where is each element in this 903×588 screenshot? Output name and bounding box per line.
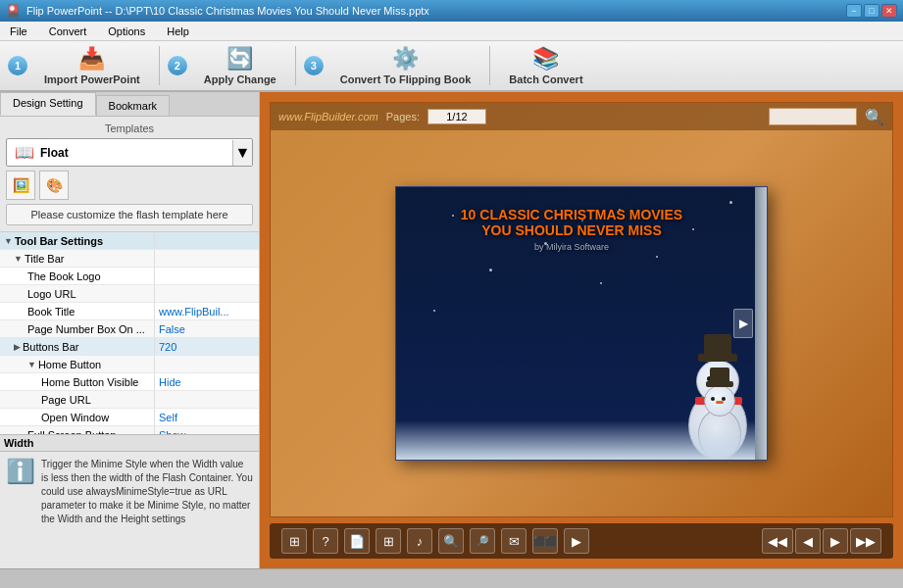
- tool-grid-btn[interactable]: ⊞: [376, 528, 401, 554]
- divider-2: [295, 46, 296, 85]
- tree-value-buttons-bar: 720: [155, 338, 259, 355]
- search-button[interactable]: 🔍: [865, 107, 884, 126]
- book-title-line1: 10 CLASSIC CHRISTMAS MOVIES: [416, 207, 727, 222]
- tool-expand-btn[interactable]: ⊞: [281, 528, 307, 554]
- step2-circle: 2: [168, 56, 187, 75]
- import-powerpoint-button[interactable]: 📥 Import PowerPoint: [33, 41, 151, 90]
- tree-label-titlebar: Title Bar: [25, 253, 65, 265]
- tree-label-buttons-bar: Buttons Bar: [23, 341, 78, 353]
- bottom-tools-left: ⊞ ? 📄 ⊞ ♪ 🔍 🔎 ✉ ⬛⬛ ▶: [281, 528, 589, 554]
- left-panel: Design Setting Bookmark Templates 📖 Floa…: [0, 92, 260, 568]
- nav-first-btn[interactable]: ◀◀: [762, 528, 793, 554]
- tool-sound-btn[interactable]: ♪: [407, 528, 432, 554]
- preview-header: www.FlipBuilder.com Pages: 🔍: [271, 103, 892, 130]
- tool-share-btn[interactable]: ⬛⬛: [532, 528, 558, 554]
- tree-label-page-number-box: Page Number Box On ...: [27, 323, 145, 335]
- info-icon: ℹ️: [6, 458, 35, 563]
- tree-page-url[interactable]: Page URL: [0, 391, 259, 409]
- flip-url: www.FlipBuilder.com: [278, 111, 378, 122]
- tree-home-button-visible[interactable]: Home Button Visible Hide: [0, 373, 259, 391]
- info-panel: ℹ️ Trigger the Minime Style when the Wid…: [0, 451, 259, 568]
- tool-zoom-out-btn[interactable]: 🔎: [470, 528, 495, 554]
- apply-change-button[interactable]: 🔄 Apply Change: [193, 41, 287, 90]
- book-title-area: 10 CLASSIC CHRISTMAS MOVIES YOU SHOULD N…: [396, 187, 767, 271]
- menu-file[interactable]: File: [4, 24, 33, 39]
- template-picker[interactable]: 📖 Float ▼: [6, 138, 253, 167]
- template-current: Float: [40, 146, 69, 160]
- template-icon-btn-1[interactable]: 🖼️: [6, 171, 35, 200]
- preview-container: www.FlipBuilder.com Pages: 🔍: [270, 102, 893, 517]
- tree-value-hbv: Hide: [155, 373, 259, 390]
- divider-1: [159, 46, 160, 85]
- tree-buttons-bar[interactable]: ▶ Buttons Bar 720: [0, 338, 259, 356]
- tree-value-page-number-box: False: [155, 320, 259, 337]
- import-group: 1 📥 Import PowerPoint: [8, 41, 151, 90]
- tree-open-window[interactable]: Open Window Self: [0, 409, 259, 426]
- menu-options[interactable]: Options: [102, 24, 151, 39]
- navigation-group: ◀◀ ◀ ▶ ▶▶: [762, 528, 881, 554]
- tool-zoom-in-btn[interactable]: 🔍: [438, 528, 464, 554]
- main-content: Design Setting Bookmark Templates 📖 Floa…: [0, 92, 903, 568]
- batch-convert-button[interactable]: 📚 Batch Convert: [498, 41, 593, 90]
- search-input[interactable]: [769, 108, 857, 125]
- import-icon: 📥: [78, 46, 105, 72]
- step1-circle: 1: [8, 56, 27, 75]
- nav-next-btn[interactable]: ▶: [823, 528, 848, 554]
- template-label: Templates: [6, 122, 253, 134]
- apply-label: Apply Change: [204, 74, 276, 85]
- convert-label: Convert To Flipping Book: [340, 74, 472, 85]
- import-label: Import PowerPoint: [44, 74, 140, 85]
- status-bar: [0, 568, 903, 588]
- menu-convert[interactable]: Convert: [43, 24, 93, 39]
- tree-full-screen-button[interactable]: Full Screen Button Show: [0, 426, 259, 434]
- batch-label: Batch Convert: [509, 74, 582, 85]
- menu-bar: File Convert Options Help: [0, 22, 903, 41]
- tool-help-btn[interactable]: ?: [313, 528, 338, 554]
- tree-label-book-logo: The Book Logo: [27, 270, 101, 282]
- tree-toolbar-settings[interactable]: ▼ Tool Bar Settings: [0, 232, 259, 250]
- convert-button[interactable]: ⚙️ Convert To Flipping Book: [329, 41, 482, 90]
- close-button[interactable]: ✕: [881, 4, 897, 18]
- minimize-button[interactable]: −: [846, 4, 862, 18]
- book-title-line2: YOU SHOULD NEVER MISS: [416, 222, 727, 238]
- convert-group: 3 ⚙️ Convert To Flipping Book: [304, 41, 482, 90]
- tree-label-hbv: Home Button Visible: [41, 376, 138, 388]
- tool-email-btn[interactable]: ✉: [501, 528, 527, 554]
- right-panel: www.FlipBuilder.com Pages: 🔍: [260, 92, 903, 568]
- nav-last-btn[interactable]: ▶▶: [850, 528, 881, 554]
- template-icon-btn-2[interactable]: 🎨: [39, 171, 69, 200]
- batch-icon: 📚: [532, 46, 559, 72]
- book-next-arrow[interactable]: ▶: [733, 309, 753, 338]
- maximize-button[interactable]: □: [864, 4, 879, 18]
- window-title: Flip PowerPoint -- D:\PPT\10 Classic Chr…: [26, 5, 429, 17]
- book-preview: 10 CLASSIC CHRISTMAS MOVIES YOU SHOULD N…: [395, 186, 768, 461]
- tab-design-setting[interactable]: Design Setting: [0, 92, 96, 116]
- window-controls: − □ ✕: [846, 4, 897, 18]
- expand-icon-buttonsbar: ▶: [14, 342, 21, 352]
- tree-value-open-window: Self: [155, 409, 259, 425]
- tree-label-home-button: Home Button: [38, 359, 101, 370]
- app-icon: 🎴: [6, 4, 21, 18]
- template-picker-main[interactable]: 📖 Float: [7, 139, 232, 166]
- divider-3: [489, 46, 490, 85]
- tab-bookmark[interactable]: Bookmark: [96, 95, 171, 116]
- width-section-header: Width: [0, 434, 259, 451]
- tree-page-number-box[interactable]: Page Number Box On ... False: [0, 320, 259, 338]
- nav-prev-btn[interactable]: ◀: [795, 528, 821, 554]
- page-number-input[interactable]: [427, 109, 486, 124]
- tree-logo-url[interactable]: Logo URL: [0, 285, 259, 303]
- tree-home-button[interactable]: ▼ Home Button: [0, 356, 259, 373]
- tool-play-btn[interactable]: ▶: [564, 528, 589, 554]
- tree-label-page-url: Page URL: [41, 394, 91, 406]
- template-dropdown-arrow[interactable]: ▼: [232, 140, 252, 166]
- expand-icon-homebtn: ▼: [27, 360, 36, 369]
- menu-help[interactable]: Help: [161, 24, 195, 39]
- settings-tree[interactable]: ▼ Tool Bar Settings ▼ Title Bar The Book…: [0, 232, 259, 434]
- tree-book-logo[interactable]: The Book Logo: [0, 268, 259, 285]
- tree-value-full-screen: Show: [155, 426, 259, 434]
- tool-page-btn[interactable]: 📄: [344, 528, 370, 554]
- tree-title-bar[interactable]: ▼ Title Bar: [0, 250, 259, 268]
- tree-book-title[interactable]: Book Title www.FlipBuil...: [0, 303, 259, 320]
- customize-template-button[interactable]: Please customize the flash template here: [6, 204, 253, 225]
- convert-icon: ⚙️: [392, 46, 419, 72]
